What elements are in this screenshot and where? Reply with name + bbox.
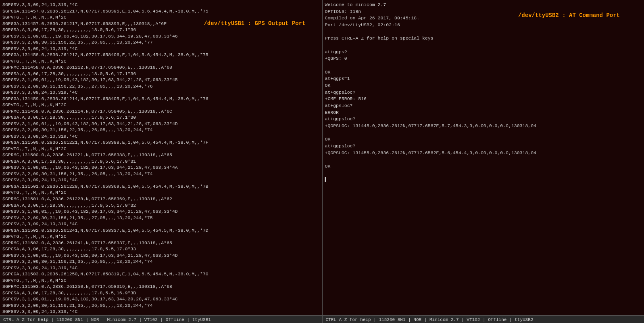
right-status-text: CTRL-A Z for help | 115200 8N1 | NOR | M… bbox=[326, 317, 534, 322]
right-terminal-content: Welcome to minicom 2.7 OPTIONS: I18n Com… bbox=[323, 0, 644, 315]
left-status-text: CTRL-A Z for help | 115200 8N1 | NOR | M… bbox=[3, 317, 211, 322]
left-terminal-content: $GPGSV,3,3,09,24,10,319,*4C $GPGGA,13145… bbox=[0, 0, 322, 315]
right-terminal-title: /dev/ttyUSB2 : AT Command Port bbox=[518, 12, 620, 19]
left-terminal[interactable]: $GPGSV,3,3,09,24,10,319,*4C $GPGGA,13145… bbox=[0, 0, 323, 315]
terminals-container: $GPGSV,3,3,09,24,10,319,*4C $GPGGA,13145… bbox=[0, 0, 644, 315]
left-terminal-title: /dev/ttyUSB1 : GPS Output Port bbox=[204, 20, 305, 27]
right-statusbar: CTRL-A Z for help | 115200 8N1 | NOR | M… bbox=[323, 316, 644, 323]
right-terminal[interactable]: Welcome to minicom 2.7 OPTIONS: I18n Com… bbox=[323, 0, 644, 315]
left-statusbar: CTRL-A Z for help | 115200 8N1 | NOR | M… bbox=[0, 316, 323, 323]
